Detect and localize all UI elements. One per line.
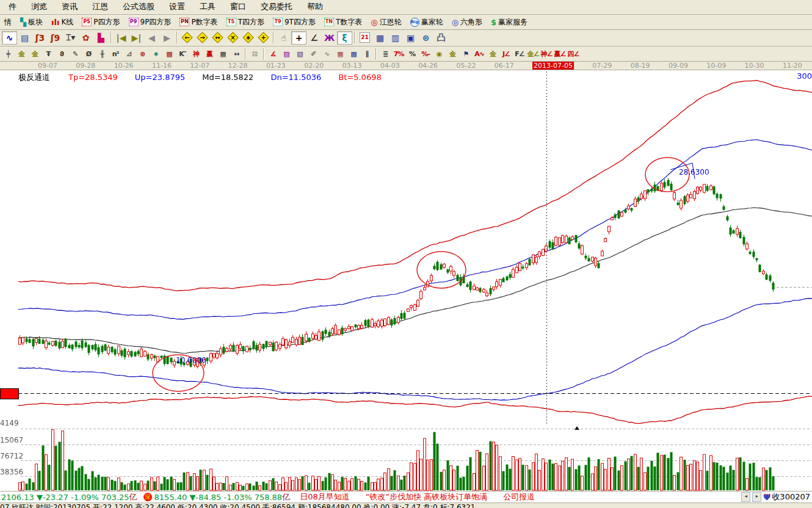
date-tick[interactable]: 10-09: [706, 62, 726, 70]
date-tick[interactable]: 12-07: [190, 62, 209, 70]
flag-pen-icon[interactable]: ⚑: [459, 48, 473, 60]
date-tick[interactable]: 03-13: [343, 62, 362, 70]
date-tick[interactable]: 01-23: [266, 62, 286, 70]
date-tick[interactable]: 04-26: [418, 62, 438, 70]
first-page-icon[interactable]: |◀: [114, 31, 129, 45]
menu-item[interactable]: 工具: [192, 0, 223, 13]
t-table-button[interactable]: TNT数字表: [320, 15, 366, 29]
tally-icon[interactable]: ╫: [95, 48, 109, 60]
pct7-icon[interactable]: 7%: [392, 48, 405, 60]
news-ticker[interactable]: 日08月早知道 “铁改”步伐加快 高铁板块订单饱满 公司报道: [300, 492, 535, 503]
date-tick[interactable]: 08-19: [631, 62, 650, 70]
date-tick[interactable]: 09-28: [76, 62, 95, 70]
calendar-icon[interactable]: 21: [357, 31, 372, 45]
date-tick[interactable]: 06-17: [495, 62, 514, 70]
diamond-star-icon[interactable]: ∗: [241, 31, 256, 45]
calculator-icon[interactable]: ▦: [372, 31, 388, 45]
k2-icon[interactable]: K″: [176, 48, 189, 60]
box-diag-icon[interactable]: ▧: [293, 48, 306, 60]
gold-angle-icon[interactable]: 金∠: [526, 48, 540, 60]
date-tick[interactable]: 12-28: [228, 62, 248, 70]
hand-tool-icon[interactable]: ☝: [276, 31, 291, 45]
date-tick[interactable]: 04-03: [380, 62, 400, 70]
diamond-expand-icon[interactable]: +: [256, 31, 271, 45]
date-tick[interactable]: 09-07: [38, 62, 57, 70]
menu-item[interactable]: 资讯: [54, 0, 85, 13]
span-arrow-icon[interactable]: ↔: [230, 48, 243, 60]
histogram-icon[interactable]: ▙: [93, 31, 109, 45]
web-grid-icon[interactable]: ▩: [162, 48, 176, 60]
date-tick[interactable]: 07-29: [592, 62, 612, 70]
date-tick[interactable]: 09-09: [669, 62, 688, 70]
ticker-prev-button[interactable]: ◂: [741, 492, 750, 502]
fib-f-icon[interactable]: Ŧ: [42, 48, 55, 60]
gold-line-icon[interactable]: 金: [446, 48, 459, 60]
print-icon[interactable]: 凸: [433, 31, 449, 45]
angle-tool-icon[interactable]: ∠: [306, 31, 322, 45]
box-fan-icon[interactable]: ▨: [280, 48, 293, 60]
p-table-button[interactable]: PNP数字表: [175, 15, 222, 29]
menu-item[interactable]: 设置: [162, 0, 192, 13]
shen-icon[interactable]: 神: [189, 48, 203, 60]
date-tick[interactable]: 05-22: [456, 62, 476, 70]
si-angle-icon[interactable]: 四∠: [567, 48, 580, 60]
gold-circle-icon[interactable]: ◉: [432, 48, 446, 60]
wave3-icon[interactable]: ʃ3: [32, 31, 48, 45]
price-chart[interactable]: [0, 70, 812, 491]
ying-icon[interactable]: 赢: [203, 48, 216, 60]
prev-page-icon[interactable]: ◀: [144, 31, 159, 45]
pct-icon[interactable]: %: [405, 48, 419, 60]
kline-button[interactable]: ılıK线: [47, 15, 78, 29]
winner-wheel-button[interactable]: Big赢家轮: [406, 15, 448, 29]
date-tick[interactable]: 02-20: [304, 62, 324, 70]
ying-angle-icon[interactable]: 赢∠: [553, 48, 567, 60]
ruler-icon[interactable]: ≣: [379, 48, 392, 60]
ticker-next-button[interactable]: ▸: [752, 492, 761, 502]
axis-shift-icon[interactable]: ╪: [1, 48, 15, 60]
winner-service-button[interactable]: $赢家服务: [487, 15, 532, 29]
menu-item[interactable]: 件: [1, 0, 24, 13]
diamond-compress-icon[interactable]: ×: [225, 31, 241, 45]
pct-line-icon[interactable]: %-: [419, 48, 432, 60]
target-cross-icon[interactable]: ⊕: [136, 48, 149, 60]
grid123-icon[interactable]: ▦: [216, 48, 230, 60]
date-tick[interactable]: 11-16: [152, 62, 172, 70]
j-angle-icon[interactable]: J∠: [499, 48, 513, 60]
p-square-button[interactable]: PSP四方形: [78, 15, 124, 29]
zigzag-icon[interactable]: ∿: [320, 48, 333, 60]
diamond-hmove-icon[interactable]: ↔: [210, 31, 225, 45]
f-angle-icon[interactable]: F∠: [513, 48, 526, 60]
date-tick[interactable]: 10-30: [745, 62, 764, 70]
parallel-lines-icon[interactable]: ∥: [360, 48, 374, 60]
pattern-icon[interactable]: ✿: [78, 31, 93, 45]
quote-button[interactable]: 情: [0, 15, 16, 29]
trend-pen-icon[interactable]: ✐: [306, 48, 320, 60]
shen-angle-icon[interactable]: 神∠: [540, 48, 553, 60]
t-square-button[interactable]: TST四方形: [222, 15, 269, 29]
9p-square-button[interactable]: P99P四方形: [125, 15, 176, 29]
wave9-icon[interactable]: ʃ9: [48, 31, 63, 45]
grid-dot-icon[interactable]: ▦: [333, 48, 347, 60]
diamond-left-icon[interactable]: ←: [179, 31, 195, 45]
n2-icon[interactable]: n²: [109, 48, 122, 60]
last-page-icon[interactable]: ▶|: [129, 31, 144, 45]
box-select-icon[interactable]: ⊡: [248, 48, 261, 60]
next-page-icon[interactable]: ▶: [159, 31, 175, 45]
date-tick[interactable]: 11-20: [783, 62, 802, 70]
grid-corner-icon[interactable]: ▩: [347, 48, 360, 60]
wave-a-icon[interactable]: A∿: [473, 48, 486, 60]
9t-square-button[interactable]: T99T四方形: [269, 15, 320, 29]
overlay-chart-icon[interactable]: ∿: [2, 31, 17, 45]
scribble-icon[interactable]: ξ: [337, 31, 352, 45]
angle-guide-icon[interactable]: ⊿: [122, 48, 136, 60]
cycle-clock-icon[interactable]: Ø: [82, 48, 95, 60]
sector-button[interactable]: ▚板块: [16, 15, 47, 29]
gold-grid-icon[interactable]: 金: [15, 48, 28, 60]
notepad-icon[interactable]: ▥: [388, 31, 403, 45]
gann-flower-icon[interactable]: Ж: [322, 31, 337, 45]
menu-item[interactable]: 江恩: [85, 0, 115, 13]
hexagon-button[interactable]: ◎六角形: [448, 15, 487, 29]
info-panel-icon[interactable]: ▤: [17, 31, 32, 45]
menu-item[interactable]: 浏览: [24, 0, 54, 13]
crosshair-tool-icon[interactable]: +: [291, 31, 306, 45]
